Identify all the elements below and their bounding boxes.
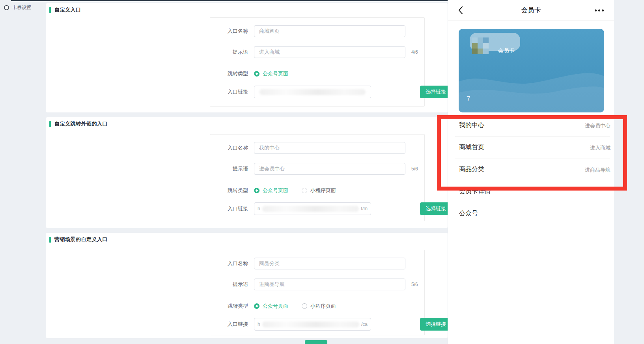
form-box: 入口名称 提示语 5/6 跳转类型 公众号页面 小程序页面 入口链接 h /ca xyxy=(210,250,425,335)
jump-type-label: 跳转类型 xyxy=(210,187,248,194)
entry-name-input[interactable] xyxy=(254,258,405,269)
card-entry-list: 我的中心 进会员中心 商城首页 进入商城 商品分类 进商品导航 会员卡详情 公众… xyxy=(448,115,614,225)
list-item-label: 我的中心 xyxy=(459,121,484,129)
list-item-hint: 进商品导航 xyxy=(585,166,610,174)
radio-official-account-page[interactable] xyxy=(254,71,259,77)
jump-type-label: 跳转类型 xyxy=(210,303,248,310)
radio-label-official-account[interactable]: 公众号页面 xyxy=(263,187,288,194)
entry-link-label: 入口链接 xyxy=(210,205,248,212)
list-item-official-account[interactable]: 公众号 xyxy=(448,203,614,225)
entry-name-label: 入口名称 xyxy=(210,28,248,35)
list-item-hint: 进入商城 xyxy=(590,144,610,151)
select-link-button[interactable]: 选择链接 xyxy=(420,318,452,331)
form-box: 入口名称 提示语 4/6 跳转类型 公众号页面 入口链接 选择链接 xyxy=(210,17,425,107)
jump-type-label: 跳转类型 xyxy=(210,70,248,77)
prompt-label: 提示语 xyxy=(210,49,248,56)
blurred-link-text xyxy=(262,322,359,327)
select-link-button[interactable]: 选择链接 xyxy=(420,202,452,215)
blurred-link-text xyxy=(259,89,366,95)
section-custom-external-link-entry: 自定义跳转外链的入口 入口名称 提示语 5/6 跳转类型 公众号页面 小程序页面… xyxy=(46,117,448,228)
membership-card[interactable]: 会员卡 7 xyxy=(459,29,604,112)
radio-miniprogram-page[interactable] xyxy=(302,303,307,309)
radio-official-account-page[interactable] xyxy=(254,188,259,193)
entry-link-input[interactable]: h /ca xyxy=(254,318,371,331)
list-item-mall-home[interactable]: 商城首页 进入商城 xyxy=(448,137,614,159)
card-name-label: 会员卡 xyxy=(498,47,515,54)
radio-circle-icon xyxy=(4,5,9,10)
prompt-label: 提示语 xyxy=(210,165,248,172)
form-box: 入口名称 提示语 5/6 跳转类型 公众号页面 小程序页面 入口链接 h t/m xyxy=(210,134,425,221)
link-text-tail: t/m xyxy=(361,206,368,211)
section-title: 营销场景的自定义入口 xyxy=(49,236,108,243)
entry-link-label: 入口链接 xyxy=(210,321,248,328)
phone-navbar: 会员卡 xyxy=(448,0,614,21)
link-text-lead: h xyxy=(258,322,260,327)
prompt-label: 提示语 xyxy=(210,281,248,288)
entry-name-input[interactable] xyxy=(254,142,405,154)
list-item-label: 商城首页 xyxy=(459,143,484,151)
sidebar-item-card-settings[interactable]: 卡券设置 xyxy=(4,4,31,11)
entry-link-input[interactable] xyxy=(254,86,371,98)
radio-official-account-page[interactable] xyxy=(254,303,259,309)
list-item-product-category[interactable]: 商品分类 进商品导航 xyxy=(448,159,614,181)
phone-preview-panel: 会员卡 会员卡 7 我的中心 进会员中心 商城首页 进入商城 商品分类 进商 xyxy=(448,0,614,344)
title-accent-bar xyxy=(49,237,51,243)
radio-label-official-account[interactable]: 公众号页面 xyxy=(263,303,288,310)
select-link-button[interactable]: 选择链接 xyxy=(420,86,452,98)
list-item-label: 商品分类 xyxy=(459,165,484,174)
link-text-lead: h xyxy=(258,206,260,211)
blurred-link-text xyxy=(262,206,359,212)
entry-name-label: 入口名称 xyxy=(210,260,248,267)
phone-page-title: 会员卡 xyxy=(448,6,614,15)
prompt-input[interactable] xyxy=(254,279,405,290)
card-number: 7 xyxy=(467,95,470,103)
section-title-text: 自定义入口 xyxy=(54,6,81,13)
card-logo-mosaic xyxy=(472,37,489,54)
entry-name-label: 入口名称 xyxy=(210,144,248,151)
link-text-tail: /ca xyxy=(361,322,368,327)
list-item-label: 公众号 xyxy=(459,209,478,218)
section-title: 自定义跳转外链的入口 xyxy=(49,120,108,127)
char-counter: 5/6 xyxy=(411,166,418,172)
section-marketing-custom-entry: 营销场景的自定义入口 入口名称 提示语 5/6 跳转类型 公众号页面 小程序页面… xyxy=(46,233,448,338)
title-accent-bar xyxy=(49,7,51,13)
prompt-input[interactable] xyxy=(254,163,405,175)
radio-label-official-account[interactable]: 公众号页面 xyxy=(263,70,288,77)
entry-link-input[interactable]: h t/m xyxy=(254,202,371,215)
divider xyxy=(455,225,610,225)
char-counter: 5/6 xyxy=(411,282,418,287)
section-title: 自定义入口 xyxy=(49,6,81,13)
more-options-icon[interactable] xyxy=(595,9,604,11)
entry-name-input[interactable] xyxy=(254,25,405,37)
section-title-text: 自定义跳转外链的入口 xyxy=(54,120,108,127)
title-accent-bar xyxy=(49,121,51,127)
char-counter: 4/6 xyxy=(411,49,418,55)
entry-link-label: 入口链接 xyxy=(210,88,248,95)
list-item-label: 会员卡详情 xyxy=(459,187,491,196)
prompt-input[interactable] xyxy=(254,46,405,58)
save-button-peek[interactable] xyxy=(305,340,327,344)
list-item-my-center[interactable]: 我的中心 进会员中心 xyxy=(448,115,614,137)
list-item-card-detail[interactable]: 会员卡详情 xyxy=(448,181,614,203)
list-item-hint: 进会员中心 xyxy=(585,122,610,129)
section-custom-entry: 自定义入口 入口名称 提示语 4/6 跳转类型 公众号页面 入口链接 选 xyxy=(46,3,448,112)
radio-label-miniprogram[interactable]: 小程序页面 xyxy=(310,303,336,310)
card-wave-decoration xyxy=(459,65,604,112)
radio-label-miniprogram[interactable]: 小程序页面 xyxy=(310,187,336,194)
radio-miniprogram-page[interactable] xyxy=(302,188,307,193)
sidebar-item-label: 卡券设置 xyxy=(12,4,31,11)
section-title-text: 营销场景的自定义入口 xyxy=(54,236,108,243)
